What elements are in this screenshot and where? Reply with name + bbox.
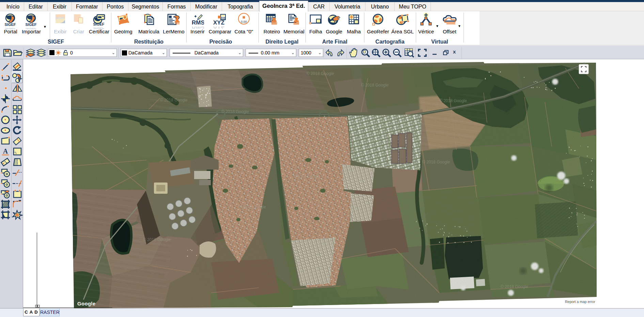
svg-text:RMS: RMS bbox=[192, 25, 204, 29]
svg-text:© 2018 Google: © 2018 Google bbox=[293, 174, 320, 179]
svg-text:Report a map error: Report a map error bbox=[565, 300, 595, 304]
svg-text:© 2018 Google: © 2018 Google bbox=[307, 71, 334, 76]
svg-text:SIGEF: SIGEF bbox=[5, 27, 16, 29]
svg-text:© 2018 Google: © 2018 Google bbox=[160, 98, 188, 102]
svg-text:A: A bbox=[3, 147, 8, 155]
svg-text:© 2018 Google: © 2018 Google bbox=[422, 160, 450, 164]
svg-text:RMS: RMS bbox=[192, 19, 204, 26]
svg-text:© 2018 Google: © 2018 Google bbox=[501, 284, 528, 289]
svg-text:SIGEF: SIGEF bbox=[93, 22, 104, 26]
svg-text:© 2018 Google: © 2018 Google bbox=[361, 83, 389, 88]
svg-text:Google: Google bbox=[77, 301, 95, 306]
svg-text:© 2018 Google: © 2018 Google bbox=[221, 109, 249, 114]
svg-text:SIGEF: SIGEF bbox=[26, 27, 37, 29]
svg-text:© 2018 Google: © 2018 Google bbox=[439, 98, 467, 103]
svg-text:SIGEF: SIGEF bbox=[56, 16, 65, 20]
svg-text:© 2018 Google: © 2018 Google bbox=[238, 205, 266, 209]
svg-text:SIGEF: SIGEF bbox=[5, 22, 16, 27]
svg-text:0.00: 0.00 bbox=[241, 20, 247, 23]
svg-text:© 2018 Google: © 2018 Google bbox=[143, 237, 171, 242]
svg-text:SIGEF: SIGEF bbox=[26, 22, 37, 27]
svg-text:SIGEF: SIGEF bbox=[93, 27, 104, 29]
svg-text:XYZ: XYZ bbox=[213, 25, 224, 29]
svg-text:XYZ: XYZ bbox=[213, 19, 224, 26]
